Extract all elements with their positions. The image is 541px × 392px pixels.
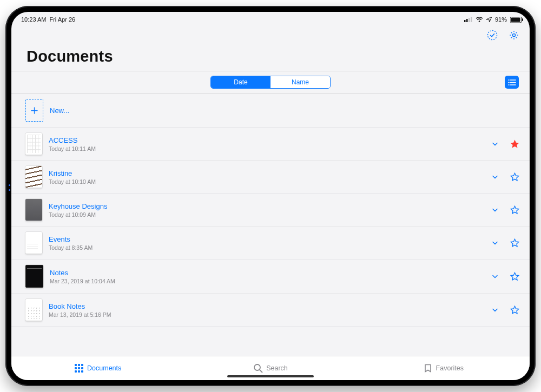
svg-line-28 <box>260 370 262 373</box>
svg-rect-2 <box>469 18 470 22</box>
document-row[interactable]: Book NotesMar 13, 2019 at 5:16 PM <box>11 294 530 327</box>
document-thumbnail <box>25 299 42 321</box>
chevron-down-icon[interactable] <box>491 273 499 280</box>
svg-point-4 <box>479 21 480 22</box>
star-outline-icon[interactable] <box>510 172 520 182</box>
svg-rect-25 <box>78 370 80 373</box>
document-actions <box>491 305 520 315</box>
tab-favorites-label: Favorites <box>436 364 464 372</box>
document-row[interactable]: NotesMar 23, 2019 at 10:04 AM <box>11 260 530 294</box>
status-bar: 10:23 AM Fri Apr 26 91% <box>11 12 530 26</box>
chevron-down-icon[interactable] <box>491 306 499 314</box>
view-mode-list-icon[interactable] <box>505 76 519 89</box>
star-outline-icon[interactable] <box>510 238 520 248</box>
svg-rect-0 <box>464 20 466 22</box>
document-title: Book Notes <box>49 302 485 310</box>
sort-bar: Date Name <box>11 71 530 93</box>
tab-documents-label: Documents <box>87 364 121 372</box>
document-subtitle: Today at 10:09 AM <box>49 211 485 218</box>
document-list[interactable]: New... ACCESSToday at 10:11 AMKristineTo… <box>11 94 530 356</box>
star-outline-icon[interactable] <box>510 271 520 282</box>
svg-rect-1 <box>466 19 468 22</box>
document-thumbnail <box>25 199 42 221</box>
new-document-label: New... <box>50 107 520 115</box>
chevron-down-icon[interactable] <box>491 239 499 247</box>
wifi-icon <box>476 17 483 22</box>
document-info: ACCESSToday at 10:11 AM <box>49 136 485 152</box>
document-subtitle: Today at 10:10 AM <box>49 178 485 185</box>
top-toolbar <box>11 26 530 44</box>
svg-rect-3 <box>471 17 472 22</box>
grid-icon <box>74 363 84 373</box>
svg-point-8 <box>488 31 497 40</box>
svg-rect-26 <box>81 370 83 373</box>
cell-signal-icon <box>464 17 472 22</box>
document-thumbnail <box>25 166 42 188</box>
chevron-down-icon[interactable] <box>491 140 499 148</box>
document-info: Keyhouse DesignsToday at 10:09 AM <box>49 202 485 218</box>
sort-by-date[interactable]: Date <box>211 76 270 88</box>
document-row[interactable]: EventsToday at 8:35 AM <box>11 227 530 260</box>
document-row[interactable]: Keyhouse DesignsToday at 10:09 AM <box>11 194 530 227</box>
home-indicator[interactable] <box>227 375 314 377</box>
battery-percent: 91% <box>495 16 507 23</box>
status-time: 10:23 AM <box>21 16 46 23</box>
star-filled-icon[interactable] <box>510 139 520 149</box>
document-subtitle: Today at 8:35 AM <box>49 244 485 251</box>
document-info: Book NotesMar 13, 2019 at 5:16 PM <box>49 302 485 318</box>
document-title: Keyhouse Designs <box>49 202 485 210</box>
location-icon <box>486 17 492 22</box>
document-actions <box>491 205 520 215</box>
svg-rect-22 <box>78 367 80 369</box>
plus-icon <box>25 99 43 122</box>
document-thumbnail <box>25 133 42 155</box>
document-info: EventsToday at 8:35 AM <box>49 235 485 251</box>
document-title: Kristine <box>49 169 485 177</box>
device-speaker-dots <box>9 184 10 191</box>
svg-rect-24 <box>75 370 77 373</box>
document-title: Notes <box>50 269 485 277</box>
star-outline-icon[interactable] <box>510 305 520 315</box>
settings-icon[interactable] <box>508 29 520 41</box>
status-right: 91% <box>464 16 523 23</box>
new-document-row[interactable]: New... <box>11 94 530 128</box>
document-actions <box>491 139 520 149</box>
document-subtitle: Mar 23, 2019 at 10:04 AM <box>50 278 485 284</box>
chevron-down-icon[interactable] <box>491 173 499 181</box>
document-actions <box>491 238 520 248</box>
tab-favorites[interactable]: Favorites <box>357 356 530 380</box>
document-thumbnail <box>25 232 42 254</box>
svg-rect-7 <box>522 18 523 21</box>
document-actions <box>491 172 520 182</box>
document-title: ACCESS <box>49 136 485 144</box>
sort-segmented-control[interactable]: Date Name <box>210 76 331 89</box>
tab-search-label: Search <box>266 364 288 372</box>
bookmark-icon <box>423 363 433 373</box>
svg-point-9 <box>512 34 515 36</box>
svg-rect-19 <box>78 364 80 366</box>
battery-icon <box>510 17 523 23</box>
ipad-device-frame: 10:23 AM Fri Apr 26 91% <box>5 6 536 386</box>
svg-rect-23 <box>81 367 83 369</box>
tab-documents[interactable]: Documents <box>11 356 184 380</box>
document-thumbnail <box>25 265 43 288</box>
star-outline-icon[interactable] <box>510 205 520 215</box>
svg-point-27 <box>254 364 260 370</box>
svg-rect-6 <box>511 17 520 22</box>
document-info: KristineToday at 10:10 AM <box>49 169 485 185</box>
status-date: Fri Apr 26 <box>49 16 75 23</box>
chevron-down-icon[interactable] <box>491 206 499 214</box>
search-icon <box>253 363 263 373</box>
document-subtitle: Mar 13, 2019 at 5:16 PM <box>49 311 485 318</box>
svg-rect-21 <box>75 367 77 369</box>
screen: 10:23 AM Fri Apr 26 91% <box>11 12 530 380</box>
document-row[interactable]: KristineToday at 10:10 AM <box>11 161 530 194</box>
page-title: Documents <box>27 48 514 65</box>
document-info: NotesMar 23, 2019 at 10:04 AM <box>50 269 485 284</box>
sort-by-name[interactable]: Name <box>270 76 330 88</box>
document-title: Events <box>49 235 485 243</box>
document-actions <box>491 271 520 282</box>
svg-rect-20 <box>81 364 83 366</box>
select-icon[interactable] <box>486 29 498 41</box>
document-row[interactable]: ACCESSToday at 10:11 AM <box>11 128 530 161</box>
